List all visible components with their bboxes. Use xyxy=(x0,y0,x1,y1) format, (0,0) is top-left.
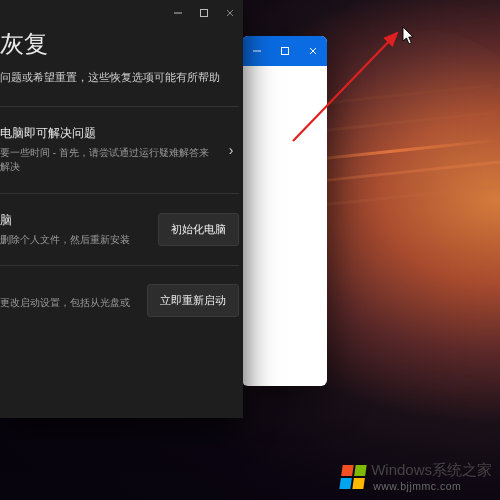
svg-rect-1 xyxy=(282,48,289,55)
watermark-tagline: 系统之家 xyxy=(432,461,492,478)
watermark-url: www.bjjmmc.com xyxy=(373,480,492,492)
background-window xyxy=(242,36,327,386)
background-window-titlebar xyxy=(242,36,327,66)
maximize-button[interactable] xyxy=(191,0,217,26)
section-subtitle: 删除个人文件，然后重新安装 xyxy=(0,233,144,248)
reset-pc-section: 脑 删除个人文件，然后重新安装 初始化电脑 xyxy=(0,193,239,266)
page-description: 问题或希望重置，这些恢复选项可能有所帮助 xyxy=(0,70,239,106)
close-button[interactable] xyxy=(217,0,243,26)
watermark: Windows系统之家 www.bjjmmc.com xyxy=(341,461,492,492)
settings-window: 灰复 问题或希望重置，这些恢复选项可能有所帮助 电脑即可解决问题 要一些时间 -… xyxy=(0,0,243,418)
maximize-button[interactable] xyxy=(271,36,299,66)
windows-logo-icon xyxy=(339,465,366,489)
reset-pc-button[interactable]: 初始化电脑 xyxy=(158,213,239,246)
svg-rect-5 xyxy=(201,10,208,17)
section-subtitle: 要一些时间 - 首先，请尝试通过运行疑难解答来解决 xyxy=(0,146,209,175)
troubleshoot-section[interactable]: 电脑即可解决问题 要一些时间 - 首先，请尝试通过运行疑难解答来解决 › xyxy=(0,106,239,193)
close-button[interactable] xyxy=(299,36,327,66)
section-subtitle: 更改启动设置，包括从光盘或 xyxy=(0,296,133,311)
watermark-brand: Windows xyxy=(371,461,432,478)
minimize-button[interactable] xyxy=(243,36,271,66)
settings-titlebar xyxy=(0,0,243,26)
chevron-right-icon: › xyxy=(223,142,239,158)
advanced-startup-section: 更改启动设置，包括从光盘或 立即重新启动 xyxy=(0,265,239,335)
page-title: 灰复 xyxy=(0,26,239,70)
section-title: 脑 xyxy=(0,212,144,229)
restart-now-button[interactable]: 立即重新启动 xyxy=(147,284,239,317)
section-title: 电脑即可解决问题 xyxy=(0,125,209,142)
settings-content: 灰复 问题或希望重置，这些恢复选项可能有所帮助 电脑即可解决问题 要一些时间 -… xyxy=(0,26,243,335)
minimize-button[interactable] xyxy=(165,0,191,26)
